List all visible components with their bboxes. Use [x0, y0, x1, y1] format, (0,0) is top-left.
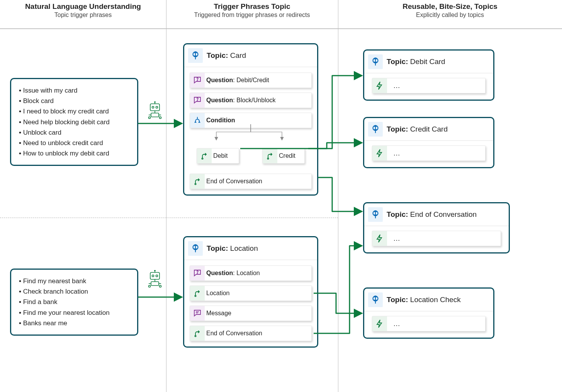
ellipsis: …: [387, 149, 485, 157]
question-icon: [190, 93, 205, 108]
reusable-topic-credit: Topic: Credit Card …: [363, 117, 494, 168]
svg-point-25: [202, 158, 203, 159]
trigger-phrase: Block card: [19, 96, 129, 106]
redirect-icon: [197, 149, 212, 163]
node-label: Question: Location: [205, 267, 311, 279]
question-icon: [190, 73, 205, 88]
column-subtitle: Explicitly called by topics: [338, 12, 562, 19]
condition-icon: [190, 113, 205, 128]
node-label: Condition: [205, 115, 311, 126]
svg-point-20: [149, 286, 151, 287]
bot-icon: [146, 101, 164, 119]
action-icon: [372, 231, 387, 246]
svg-point-12: [152, 275, 154, 277]
topic-title: Topic: Location Check: [387, 296, 461, 304]
topic-card-header: Topic: Credit Card: [364, 118, 493, 141]
topic-card-body: Question: Debit/Credit Question: Block/U…: [184, 67, 317, 194]
row-divider: [0, 218, 338, 218]
redirect-icon: [190, 286, 205, 301]
topic-icon: [368, 207, 383, 222]
topic-card-body: Question: Location Location Message End …: [184, 260, 317, 346]
redirect-node: Location: [190, 286, 312, 301]
svg-point-1: [152, 106, 154, 108]
trigger-phrase: Banks near me: [19, 318, 129, 328]
topic-title: Topic: Location: [207, 244, 258, 253]
action-icon: [372, 78, 387, 93]
trigger-phrase: Find me your nearest location: [19, 308, 129, 318]
ellipsis: …: [387, 82, 485, 90]
topic-title: Topic: Credit Card: [387, 125, 448, 133]
bot-icon: [146, 270, 164, 288]
topic-card-header: Topic: Location: [184, 237, 317, 260]
condition-node: Condition: [190, 113, 312, 128]
reusable-topic-location-check: Topic: Location Check …: [363, 287, 494, 339]
topic-location: Topic: Location Question: Location Locat…: [183, 236, 318, 348]
topic-title: Topic: End of Conversation: [387, 210, 477, 219]
action-icon: [372, 146, 387, 161]
svg-rect-17: [151, 282, 159, 286]
svg-point-21: [160, 286, 161, 287]
svg-point-9: [149, 117, 151, 119]
node-label: Location: [205, 287, 311, 299]
node-label: End of Conversation: [205, 176, 311, 187]
topic-icon: [188, 48, 203, 63]
branch-node-credit: Credit: [262, 148, 305, 164]
node-label: End of Conversation: [205, 328, 311, 339]
message-icon: [190, 306, 205, 321]
question-node: Question: Block/Unblock: [190, 93, 312, 108]
svg-point-33: [195, 335, 196, 336]
svg-point-2: [156, 106, 158, 108]
node-label: Question: Block/Unblock: [205, 95, 311, 106]
topic-card-header: Topic: Card: [184, 44, 317, 67]
svg-point-23: [197, 80, 197, 81]
topic-title: Topic: Debit Card: [387, 57, 445, 66]
column-title: Reusable, Bite-Size, Topics: [338, 2, 562, 11]
reusable-topic-debit: Topic: Debit Card …: [363, 49, 494, 101]
svg-point-10: [160, 117, 161, 119]
node-label: Question: Debit/Credit: [205, 74, 311, 86]
redirect-icon: [190, 174, 205, 189]
ellipsis: …: [387, 235, 501, 243]
svg-rect-6: [151, 113, 159, 117]
svg-point-13: [156, 275, 158, 277]
topic-icon: [368, 122, 383, 137]
question-node: Question: Location: [190, 265, 312, 281]
trigger-phrase: Find a bank: [19, 297, 129, 307]
topic-card-header: Topic: Location Check: [364, 289, 493, 311]
topic-card: Topic: Card Question: Debit/Credit Quest…: [183, 43, 318, 196]
redirect-icon: [190, 326, 205, 341]
trigger-phrases-card: Issue with my card Block card I need to …: [10, 78, 138, 166]
question-node: Question: Debit/Credit: [190, 73, 312, 88]
node-label: Message: [205, 308, 311, 319]
reusable-topic-eoc: Topic: End of Conversation …: [363, 202, 510, 253]
branch-node-debit: Debit: [197, 148, 239, 164]
svg-point-26: [267, 158, 268, 159]
topic-icon: [368, 292, 383, 307]
placeholder-node: …: [372, 78, 486, 93]
end-node: End of Conversation: [190, 326, 312, 341]
svg-point-29: [197, 273, 197, 274]
topic-icon: [188, 241, 203, 256]
column-title: Natural Language Understanding: [0, 2, 166, 11]
column-subtitle: Topic trigger phrases: [0, 12, 166, 19]
trigger-phrase: I need to block my credit card: [19, 106, 129, 117]
topic-card-header: Topic: Debit Card: [364, 51, 493, 73]
trigger-phrases-location: Find my nearest bank Check branch locati…: [10, 269, 138, 336]
question-icon: [190, 266, 205, 280]
column-title: Trigger Phrases Topic: [166, 2, 338, 11]
end-node: End of Conversation: [190, 174, 312, 189]
branch-row: Debit Credit: [190, 148, 312, 164]
branch-label: Credit: [277, 150, 304, 162]
branch-label: Debit: [212, 150, 239, 162]
trigger-phrase: Issue with my card: [19, 85, 129, 96]
column-header-trigger: Trigger Phrases Topic Triggered from tri…: [166, 2, 338, 19]
placeholder-node: …: [372, 231, 501, 246]
svg-point-24: [197, 100, 197, 101]
column-divider-2: [338, 0, 338, 392]
column-divider-1: [166, 0, 166, 392]
trigger-phrase: Need to unblock credit card: [19, 138, 129, 148]
placeholder-node: …: [372, 316, 486, 331]
svg-rect-11: [150, 272, 160, 279]
topic-icon: [368, 54, 383, 69]
trigger-phrase: Unblock card: [19, 127, 129, 138]
